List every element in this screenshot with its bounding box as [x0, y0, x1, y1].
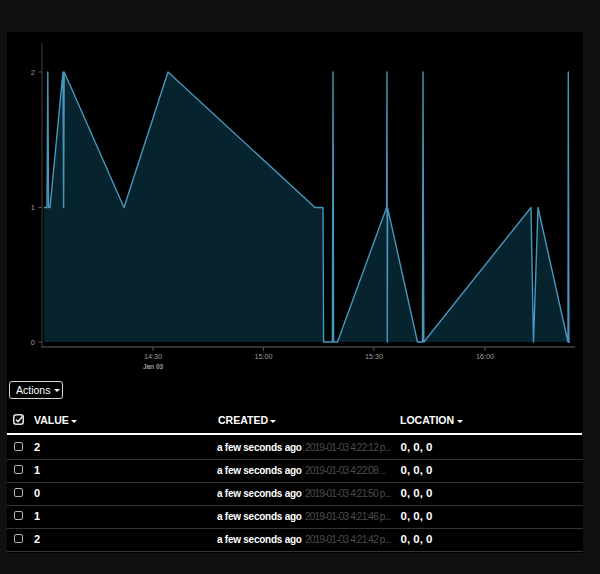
svg-text:Jan 03: Jan 03: [143, 363, 164, 370]
svg-text:1: 1: [31, 203, 35, 212]
svg-text:16:00: 16:00: [476, 352, 494, 361]
svg-text:15:00: 15:00: [255, 352, 273, 361]
svg-text:14:30: 14:30: [144, 352, 162, 361]
svg-text:0: 0: [31, 338, 35, 347]
svg-text:2: 2: [31, 68, 35, 77]
svg-text:15:30: 15:30: [365, 352, 383, 361]
